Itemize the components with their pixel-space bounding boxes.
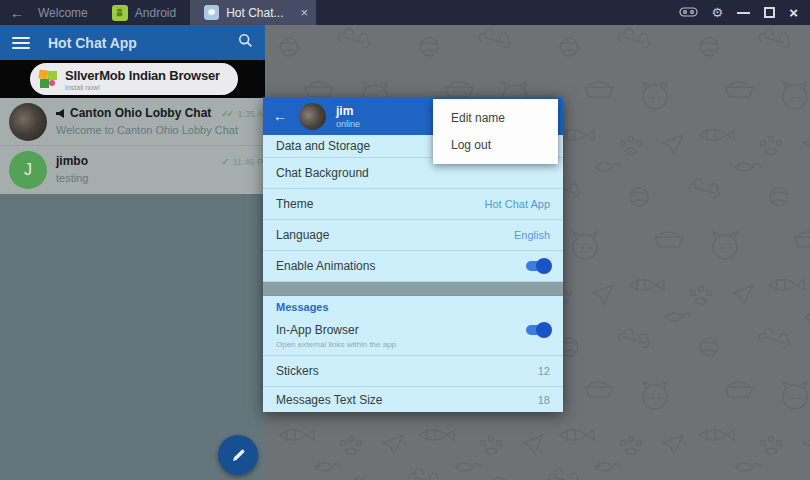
tab-android[interactable]: Android <box>102 0 190 25</box>
tab-hot-chat-label: Hot Chat... <box>226 6 283 20</box>
setting-messages-text-size[interactable]: Messages Text Size 18 <box>263 387 563 412</box>
setting-theme[interactable]: Theme Hot Chat App <box>263 189 563 220</box>
dialog-back-icon[interactable]: ← <box>273 108 293 124</box>
back-button[interactable]: ← <box>0 5 34 21</box>
setting-language[interactable]: Language English <box>263 220 563 251</box>
ad-banner[interactable]: SIlverMob Indian Browser Install now! <box>30 63 238 95</box>
setting-stickers[interactable]: Stickers 12 <box>263 356 563 387</box>
menu-item-edit-name[interactable]: Edit name <box>433 111 558 125</box>
megaphone-icon <box>56 109 66 118</box>
settings-list: Data and Storage Chat Background Theme H… <box>263 135 563 412</box>
ad-logo-icon <box>39 70 57 88</box>
hamburger-menu-icon[interactable] <box>12 37 30 49</box>
pencil-icon <box>231 448 246 463</box>
new-chat-fab[interactable] <box>218 435 258 475</box>
stickers-count: 12 <box>538 365 550 377</box>
chat-row-jimbo[interactable]: J jimbo testing ✓ 11:46 P <box>0 146 265 194</box>
app-header: Hot Chat App <box>0 25 265 60</box>
chat-row-canton[interactable]: Canton Ohio Lobby Chat Welcome to Canton… <box>0 98 265 146</box>
ad-strip: SIlverMob Indian Browser Install now! <box>0 60 265 98</box>
user-status: online <box>336 119 360 129</box>
search-icon[interactable] <box>238 33 253 52</box>
language-value: English <box>514 229 550 241</box>
chat-last-message: Welcome to Canton Ohio Lobby Chat <box>56 124 265 136</box>
maximize-icon[interactable] <box>764 7 775 18</box>
context-menu: Edit name Log out <box>433 99 558 164</box>
chat-name: Canton Ohio Lobby Chat <box>70 106 211 120</box>
in-app-browser-sublabel: Open external links within the app <box>276 340 550 349</box>
chat-time: 11:46 P <box>233 157 263 167</box>
chat-list: Canton Ohio Lobby Chat Welcome to Canton… <box>0 98 265 194</box>
animations-toggle[interactable] <box>526 261 550 271</box>
chat-list-panel: Hot Chat App SIlverMob Indian Browser In… <box>0 25 265 480</box>
setting-enable-animations[interactable]: Enable Animations <box>263 251 563 282</box>
android-icon <box>112 5 128 21</box>
tab-hot-chat[interactable]: Hot Chat... × <box>190 0 316 25</box>
user-avatar[interactable] <box>299 103 326 130</box>
gamepad-icon[interactable] <box>679 6 698 20</box>
tab-close-icon[interactable]: × <box>301 5 309 20</box>
chat-app-icon <box>204 5 219 20</box>
chat-name: jimbo <box>56 154 88 168</box>
ad-subtitle: Install now! <box>65 84 220 91</box>
avatar: J <box>9 151 47 189</box>
menu-item-log-out[interactable]: Log out <box>433 138 558 152</box>
text-size-value: 18 <box>538 394 550 406</box>
window-close-icon[interactable]: × <box>789 4 798 21</box>
in-app-browser-toggle[interactable] <box>526 325 550 335</box>
emulator-titlebar: ← Welcome Android Hot Chat... × ⚙ × <box>0 0 810 25</box>
tab-android-label: Android <box>135 6 176 20</box>
app-title: Hot Chat App <box>48 35 238 51</box>
settings-gear-icon[interactable]: ⚙ <box>712 6 724 19</box>
tab-welcome-label: Welcome <box>38 6 88 20</box>
chat-time: 1:35 A <box>237 109 263 119</box>
theme-value: Hot Chat App <box>485 198 550 210</box>
double-check-icon: ✓✓ <box>221 108 235 119</box>
minimize-icon[interactable] <box>737 12 750 14</box>
setting-in-app-browser[interactable]: In-App Browser Open external links withi… <box>263 316 563 356</box>
avatar <box>9 103 47 141</box>
user-name: jim <box>336 104 360 118</box>
check-icon: ✓ <box>221 156 229 167</box>
ad-title: SIlverMob Indian Browser <box>65 68 220 83</box>
tab-welcome[interactable]: Welcome <box>34 0 102 25</box>
section-header-messages: Messages <box>263 296 563 316</box>
chat-last-message: testing <box>56 172 265 184</box>
section-divider <box>263 282 563 296</box>
